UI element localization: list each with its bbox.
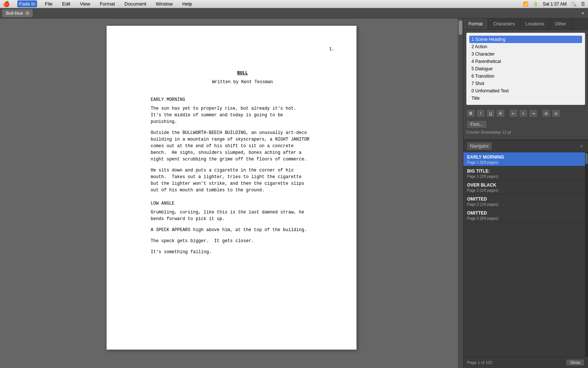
menubar-window[interactable]: Window bbox=[154, 0, 175, 7]
menubar-document[interactable]: Document bbox=[123, 0, 148, 7]
format-item-unformatted[interactable]: 0 Unformatted Text bbox=[469, 87, 582, 95]
format-item-dialogue[interactable]: 5 Dialogue bbox=[469, 65, 582, 72]
action-4: Grumbling, cursing, like this is the las… bbox=[151, 209, 334, 222]
format-item-shot[interactable]: 7 Shot bbox=[469, 80, 582, 87]
nav-item-title-2: BIG TITLE: bbox=[467, 169, 584, 174]
action-3: He sits down and puts a cigarette in the… bbox=[151, 167, 334, 194]
nav-page-info: Page 1 of 102 bbox=[467, 360, 492, 365]
align-right-button[interactable]: ⇥ bbox=[529, 109, 538, 117]
format-item-title[interactable]: Title bbox=[469, 95, 582, 102]
format-toolbar: B I U S ⇤ ≡ ⇥ ⊞ ⊟ bbox=[463, 108, 588, 119]
nav-item-title-3: OVER BLACK bbox=[467, 183, 584, 188]
nav-list-wrapper: EARLY MORNING Page 1 (5/8 pages) BIG TIT… bbox=[463, 152, 588, 357]
tab-locations[interactable]: Locations bbox=[520, 18, 550, 29]
action-1: The sun has yet to properly rise, but al… bbox=[151, 105, 334, 125]
scene-heading-2: LOW ANGLE bbox=[151, 200, 334, 207]
tabbar-scroll: ▼ bbox=[580, 10, 586, 16]
navigator-panel: Navigator × EARLY MORNING Page 1 (5/8 pa… bbox=[463, 140, 588, 368]
nav-footer: Page 1 of 102 Show bbox=[463, 357, 588, 368]
bold-button[interactable]: B bbox=[466, 109, 475, 117]
tab-format[interactable]: Format bbox=[463, 18, 488, 29]
page-number: 1. bbox=[329, 46, 334, 53]
tab-label: Bull-blue bbox=[6, 11, 23, 16]
nav-item-omitted-2[interactable]: OMITTED Page 2 (8/8 pages) bbox=[463, 208, 588, 222]
nav-item-sub-2: Page 1 (2/8 pages) bbox=[467, 174, 584, 178]
toolbar-separator-2 bbox=[539, 110, 540, 117]
italic-button[interactable]: I bbox=[476, 109, 485, 117]
menubar-format[interactable]: Format bbox=[98, 0, 116, 7]
tab-close-button[interactable]: × bbox=[25, 11, 30, 15]
action-6: The speck gets bigger. It gets closer. bbox=[151, 238, 334, 244]
tab-other[interactable]: Other bbox=[550, 18, 571, 29]
action-7: It's something falling. bbox=[151, 249, 334, 255]
outdent-button[interactable]: ⊟ bbox=[552, 109, 560, 117]
right-panel: Format Characters Locations Other 1 Scen… bbox=[463, 18, 588, 368]
datetime-display: Sat 1:37 AM bbox=[543, 1, 567, 7]
nav-scrollbar[interactable] bbox=[585, 152, 588, 357]
format-item-scene-heading[interactable]: 1 Scene Heading bbox=[469, 36, 582, 43]
align-center-button[interactable]: ≡ bbox=[519, 109, 528, 117]
editor-area: 1. BULL Written by Kent Tessman EARLY MO… bbox=[0, 18, 463, 368]
format-item-transition[interactable]: 6 Transition bbox=[469, 72, 582, 80]
editor-scroll[interactable]: 1. BULL Written by Kent Tessman EARLY MO… bbox=[0, 18, 463, 368]
scrollbar-thumb[interactable] bbox=[459, 20, 462, 35]
navigator-tab[interactable]: Navigator bbox=[467, 142, 492, 150]
align-left-button[interactable]: ⇤ bbox=[509, 109, 518, 117]
underline-button[interactable]: U bbox=[486, 109, 495, 117]
format-item-parenthetical[interactable]: 4 Parenthetical bbox=[469, 58, 582, 65]
action-5: A SPECK APPEARS high above him, at the t… bbox=[151, 227, 334, 233]
document-tab[interactable]: Bull-blue × bbox=[2, 9, 33, 17]
font-button[interactable]: Font... bbox=[466, 120, 487, 128]
format-panel: Format Characters Locations Other 1 Scen… bbox=[463, 18, 588, 140]
font-info: Courier Screenplay 12 pt bbox=[463, 129, 588, 135]
editor-scrollbar[interactable] bbox=[458, 18, 463, 368]
nav-scrollbar-thumb[interactable] bbox=[585, 153, 588, 164]
nav-item-title-5: OMITTED bbox=[467, 210, 584, 216]
menu-icon[interactable]: ☰ bbox=[581, 1, 585, 7]
menubar-file[interactable]: File bbox=[43, 0, 54, 7]
nav-item-title-4: OMITTED bbox=[467, 197, 584, 202]
nav-header: Navigator × bbox=[463, 140, 588, 152]
action-2: Outside the BULLWORTH-BEECH BUILDING, an… bbox=[151, 130, 334, 163]
script-page[interactable]: 1. BULL Written by Kent Tessman EARLY MO… bbox=[107, 26, 356, 350]
menubar-edit[interactable]: Edit bbox=[60, 0, 72, 7]
nav-list[interactable]: EARLY MORNING Page 1 (5/8 pages) BIG TIT… bbox=[463, 152, 588, 357]
nav-item-sub-1: Page 1 (5/8 pages) bbox=[467, 160, 584, 164]
menubar-help[interactable]: Help bbox=[180, 0, 194, 7]
format-item-character[interactable]: 3 Character bbox=[469, 50, 582, 58]
nav-item-early-morning[interactable]: EARLY MORNING Page 1 (5/8 pages) bbox=[463, 152, 588, 166]
tab-characters[interactable]: Characters bbox=[488, 18, 520, 29]
format-item-action[interactable]: 2 Action bbox=[469, 43, 582, 50]
show-button[interactable]: Show bbox=[566, 359, 584, 366]
panel-tabs: Format Characters Locations Other bbox=[463, 18, 588, 30]
scene-heading-1: EARLY MORNING bbox=[151, 96, 334, 103]
apple-menu[interactable]: 🍎 bbox=[3, 1, 10, 7]
toolbar-separator-1 bbox=[507, 110, 507, 117]
wifi-icon: 📶 bbox=[523, 1, 528, 7]
battery-icon: 🔋 bbox=[533, 1, 538, 7]
strikethrough-button[interactable]: S bbox=[496, 109, 505, 117]
nav-item-omitted-1[interactable]: OMITTED Page 2 (1/8 pages) bbox=[463, 194, 588, 208]
indent-button[interactable]: ⊞ bbox=[542, 109, 551, 117]
tabbar: Bull-blue × ▼ bbox=[0, 8, 588, 18]
nav-item-big-title[interactable]: BIG TITLE: Page 1 (2/8 pages) bbox=[463, 166, 588, 180]
script-title: BULL bbox=[151, 70, 334, 77]
nav-item-sub-3: Page 2 (1/8 pages) bbox=[467, 188, 584, 192]
menubar: 🍎 Fade In File Edit View Format Document… bbox=[0, 0, 588, 8]
search-icon[interactable]: 🔍 bbox=[571, 1, 577, 7]
nav-item-over-black[interactable]: OVER BLACK Page 2 (1/8 pages) bbox=[463, 180, 588, 194]
menubar-right: 📶 🔋 Sat 1:37 AM 🔍 ☰ bbox=[523, 1, 585, 7]
script-byline: Written by Kent Tessman bbox=[151, 79, 334, 85]
nav-item-sub-5: Page 2 (8/8 pages) bbox=[467, 216, 584, 220]
format-list: 1 Scene Heading 2 Action 3 Character 4 P… bbox=[466, 33, 585, 105]
nav-item-title-1: EARLY MORNING bbox=[467, 155, 584, 160]
main-layout: 1. BULL Written by Kent Tessman EARLY MO… bbox=[0, 18, 588, 368]
menubar-fadein[interactable]: Fade In bbox=[17, 0, 37, 7]
menubar-view[interactable]: View bbox=[78, 0, 92, 7]
navigator-close-button[interactable]: × bbox=[578, 143, 584, 149]
nav-item-sub-4: Page 2 (1/8 pages) bbox=[467, 202, 584, 206]
